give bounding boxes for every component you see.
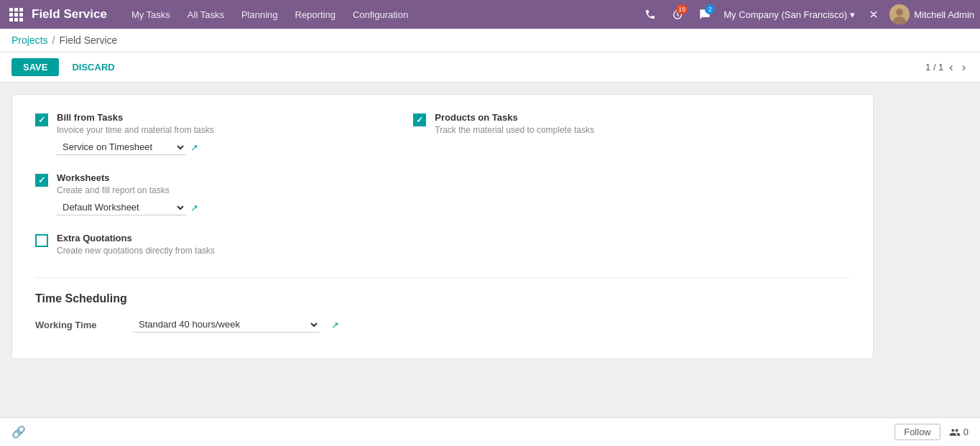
bill-from-tasks-desc: Invoice your time and material from task… [57, 125, 402, 135]
working-time-select[interactable]: Standard 40 hours/week Standard 35 hours… [133, 317, 320, 333]
pagination: 1 / 1 ‹ › [925, 61, 969, 74]
worksheets-select[interactable]: Default Worksheet Custom Worksheet [57, 200, 186, 215]
working-time-row: Working Time Standard 40 hours/week Stan… [35, 317, 850, 333]
products-on-tasks-desc: Track the material used to complete task… [435, 125, 780, 135]
topbar: Field Service My Tasks All Tasks Plannin… [0, 0, 980, 29]
timer-icon-btn[interactable]: 19 [666, 3, 689, 26]
breadcrumb-separator: / [52, 34, 55, 46]
worksheets-checkbox[interactable] [35, 174, 48, 187]
bill-from-tasks-select[interactable]: Service on Timesheet Fixed Price Based o… [57, 139, 186, 155]
nav-planning[interactable]: Planning [234, 0, 285, 29]
products-on-tasks-checkbox[interactable] [413, 113, 426, 126]
nav-all-tasks[interactable]: All Tasks [180, 0, 231, 29]
timer-badge: 19 [676, 4, 688, 14]
avatar[interactable] [889, 4, 910, 24]
products-on-tasks-title: Products on Tasks [435, 112, 780, 123]
nav-my-tasks[interactable]: My Tasks [124, 0, 177, 29]
user-name[interactable]: Mitchell Admin [914, 9, 974, 20]
phone-icon-btn[interactable] [639, 3, 662, 26]
settings-card: Bill from Tasks Invoice your time and ma… [11, 94, 874, 359]
svg-point-2 [896, 9, 903, 16]
time-scheduling-section: Time Scheduling Working Time Standard 40… [35, 292, 850, 333]
app-name: Field Service [32, 7, 107, 22]
products-on-tasks-info: Products on Tasks Track the material use… [435, 112, 780, 139]
worksheets-title: Worksheets [57, 172, 402, 183]
next-page-button[interactable]: › [959, 61, 969, 74]
discard-button[interactable]: DISCARD [65, 58, 121, 76]
worksheets-ext-link[interactable]: ↗ [190, 203, 198, 213]
bill-from-tasks-info: Bill from Tasks Invoice your time and ma… [57, 112, 402, 155]
extra-quotations-title: Extra Quotations [57, 233, 402, 243]
prev-page-button[interactable]: ‹ [946, 61, 956, 74]
nav-reporting[interactable]: Reporting [288, 0, 343, 29]
worksheets-info: Worksheets Create and fill report on tas… [57, 172, 402, 215]
setting-row-1: Bill from Tasks Invoice your time and ma… [35, 112, 850, 155]
bill-from-tasks-title: Bill from Tasks [57, 112, 402, 123]
breadcrumb: Projects / Field Service [0, 29, 980, 52]
working-time-ext-link[interactable]: ↗ [331, 320, 339, 330]
top-nav: My Tasks All Tasks Planning Reporting Co… [124, 0, 639, 29]
setting-row-3: Extra Quotations Create new quotations d… [35, 233, 850, 260]
extra-quotations-desc: Create new quotations directly from task… [57, 246, 402, 256]
nav-configuration[interactable]: Configuration [346, 0, 415, 29]
breadcrumb-current: Field Service [59, 34, 117, 46]
bill-from-tasks-checkbox[interactable] [35, 113, 48, 126]
save-button[interactable]: SAVE [11, 58, 59, 76]
app-switcher-button[interactable] [6, 4, 26, 24]
company-name: My Company (San Francisco) [724, 9, 847, 20]
breadcrumb-parent[interactable]: Projects [11, 34, 48, 46]
setting-row-2: Worksheets Create and fill report on tas… [35, 172, 850, 215]
time-scheduling-title: Time Scheduling [35, 292, 850, 305]
bill-from-tasks-ext-link[interactable]: ↗ [190, 142, 198, 153]
messages-badge: 2 [705, 4, 715, 14]
company-selector[interactable]: My Company (San Francisco) ▾ [721, 9, 858, 20]
setting-extra-quotations: Extra Quotations Create new quotations d… [35, 233, 402, 260]
toolbar: SAVE DISCARD 1 / 1 ‹ › [0, 52, 980, 83]
main-content: Bill from Tasks Invoice your time and ma… [0, 83, 980, 371]
setting-products-on-tasks: Products on Tasks Track the material use… [413, 112, 780, 139]
setting-worksheets: Worksheets Create and fill report on tas… [35, 172, 402, 215]
messages-icon-btn[interactable]: 2 [693, 3, 716, 26]
company-dropdown-icon: ▾ [850, 9, 855, 20]
extra-quotations-info: Extra Quotations Create new quotations d… [57, 233, 402, 260]
bill-from-tasks-select-row: Service on Timesheet Fixed Price Based o… [57, 139, 402, 155]
worksheets-desc: Create and fill report on tasks [57, 185, 402, 195]
extra-quotations-checkbox[interactable] [35, 234, 48, 247]
section-divider [35, 277, 850, 278]
worksheets-select-row: Default Worksheet Custom Worksheet ↗ [57, 200, 402, 215]
topbar-right: 19 2 My Company (San Francisco) ▾ Mitche… [639, 3, 974, 26]
working-time-label: Working Time [35, 320, 121, 330]
pagination-text: 1 / 1 [925, 62, 943, 73]
setting-bill-from-tasks: Bill from Tasks Invoice your time and ma… [35, 112, 402, 155]
close-icon-btn[interactable] [862, 3, 885, 26]
